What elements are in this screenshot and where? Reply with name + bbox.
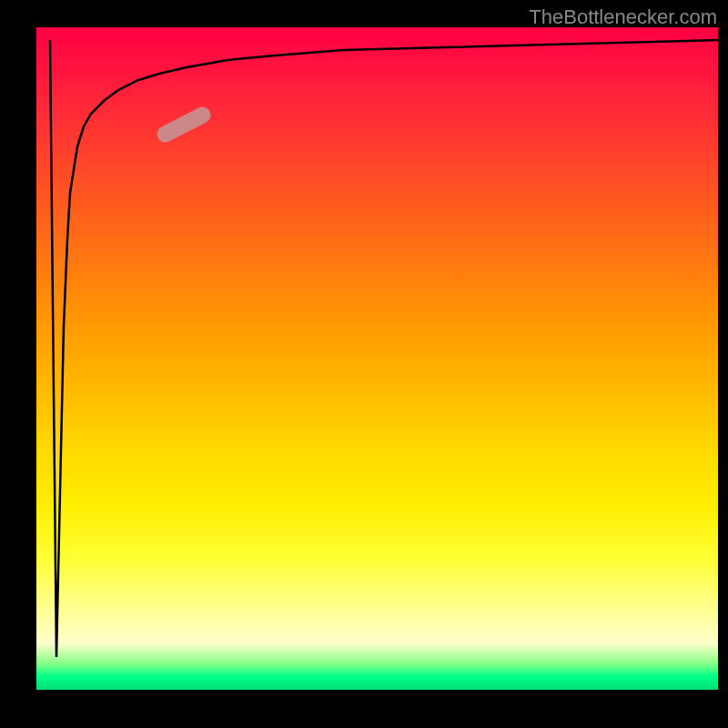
curve-svg	[36, 27, 718, 690]
bottom-border	[0, 690, 728, 728]
watermark-text: TheBottlenecker.com	[529, 5, 717, 29]
bottleneck-curve-line	[50, 40, 718, 657]
plot-area	[36, 27, 718, 690]
right-border	[718, 0, 728, 728]
left-border	[0, 27, 36, 690]
